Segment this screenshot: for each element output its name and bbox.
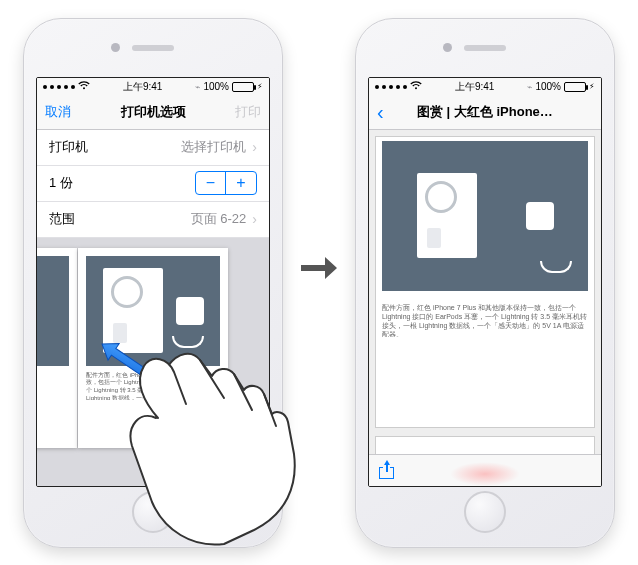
- phone-left: 上午9:41 ⌁ 100% ⚡︎ 取消 打印机选项 打印 打印机: [23, 18, 283, 548]
- illustration-earpods: [176, 297, 204, 325]
- printer-value: 选择打印机: [181, 138, 246, 156]
- transition-arrow-icon: [297, 246, 341, 290]
- document-page[interactable]: 配件方面，红色 iPhone 7 Plus 和其他版本保持一致，包括一个 Lig…: [375, 136, 595, 428]
- printer-label: 打印机: [49, 138, 88, 156]
- chevron-right-icon: ›: [252, 139, 257, 155]
- print-options-list: 打印机 选择打印机 › 1 份 − + 范围: [37, 130, 269, 238]
- nav-title: 打印机选项: [81, 103, 225, 121]
- doc-photo: [382, 141, 588, 291]
- status-left: [43, 81, 90, 92]
- status-time: 上午9:41: [123, 80, 162, 94]
- illustration-cable: [172, 336, 202, 348]
- wifi-icon: [78, 81, 90, 92]
- battery-icon: [564, 82, 586, 92]
- status-right: ⌁ 100% ⚡︎: [527, 81, 595, 92]
- status-time: 上午9:41: [455, 80, 494, 94]
- home-button[interactable]: [132, 491, 174, 533]
- phone-right: 上午9:41 ⌁ 100% ⚡︎ ‹ 图赏 | 大红色 iPhone 7 Plu…: [355, 18, 615, 548]
- wifi-icon: [410, 81, 422, 92]
- status-bar: 上午9:41 ⌁ 100% ⚡︎: [37, 78, 269, 96]
- thumb-photo: [86, 256, 220, 366]
- row-range[interactable]: 范围 页面 6-22 ›: [37, 202, 269, 238]
- battery-pct: 100%: [535, 81, 561, 92]
- illustration-box: [103, 268, 163, 353]
- nav-bar: ‹ 图赏 | 大红色 iPhone 7 Plus 来了，你…: [369, 96, 601, 130]
- status-right: ⌁ 100% ⚡︎: [195, 81, 263, 92]
- toolbar-glow: [450, 462, 520, 486]
- row-printer[interactable]: 打印机 选择打印机 ›: [37, 130, 269, 166]
- screen-left: 上午9:41 ⌁ 100% ⚡︎ 取消 打印机选项 打印 打印机: [36, 77, 270, 487]
- chevron-right-icon: ›: [252, 211, 257, 227]
- battery-icon: [232, 82, 254, 92]
- page-number-label: 6 页: [78, 428, 228, 442]
- charging-icon: ⚡︎: [257, 82, 263, 91]
- stepper-decrement[interactable]: −: [196, 172, 226, 194]
- row-copies: 1 份 − +: [37, 166, 269, 202]
- stepper-increment[interactable]: +: [226, 172, 256, 194]
- page-thumb-prev[interactable]: [37, 248, 77, 448]
- battery-pct: 100%: [203, 81, 229, 92]
- page-preview-area[interactable]: 配件方面，红色 iPhone 7 Plus 和其他版本保持一致，包括一个 Lig…: [37, 238, 269, 486]
- bottom-toolbar: [369, 454, 601, 486]
- nav-title: 图赏 | 大红色 iPhone 7 Plus 来了，你…: [413, 103, 557, 121]
- document-page-next[interactable]: [375, 436, 595, 454]
- status-bar: 上午9:41 ⌁ 100% ⚡︎: [369, 78, 601, 96]
- illustration-earpods: [526, 202, 554, 230]
- page-thumb-main[interactable]: 配件方面，红色 iPhone 7 Plus 和其他版本保持一致，包括一个 Lig…: [78, 248, 228, 448]
- share-icon[interactable]: [379, 461, 395, 479]
- range-label: 范围: [49, 210, 75, 228]
- screen-right: 上午9:41 ⌁ 100% ⚡︎ ‹ 图赏 | 大红色 iPhone 7 Plu…: [368, 77, 602, 487]
- status-left: [375, 81, 422, 92]
- charging-icon: ⚡︎: [589, 82, 595, 91]
- chevron-left-icon: ‹: [377, 101, 384, 123]
- home-button[interactable]: [464, 491, 506, 533]
- print-button[interactable]: 打印: [225, 103, 261, 121]
- range-value: 页面 6-22: [191, 210, 247, 228]
- illustration-cable: [540, 261, 570, 273]
- copies-stepper: − +: [195, 171, 257, 195]
- illustration-box: [417, 173, 477, 258]
- copies-label: 1 份: [49, 174, 73, 192]
- cancel-button[interactable]: 取消: [45, 103, 81, 121]
- back-button[interactable]: ‹: [377, 102, 413, 122]
- bluetooth-icon: ⌁: [195, 82, 200, 92]
- thumb-caption: 配件方面，红色 iPhone 7 Plus 和其他版本保持一致，包括一个 Lig…: [86, 372, 220, 400]
- bluetooth-icon: ⌁: [527, 82, 532, 92]
- document-viewer[interactable]: 配件方面，红色 iPhone 7 Plus 和其他版本保持一致，包括一个 Lig…: [369, 130, 601, 454]
- doc-caption: 配件方面，红色 iPhone 7 Plus 和其他版本保持一致，包括一个 Lig…: [382, 303, 588, 337]
- nav-bar: 取消 打印机选项 打印: [37, 96, 269, 130]
- thumb-photo: [37, 256, 69, 366]
